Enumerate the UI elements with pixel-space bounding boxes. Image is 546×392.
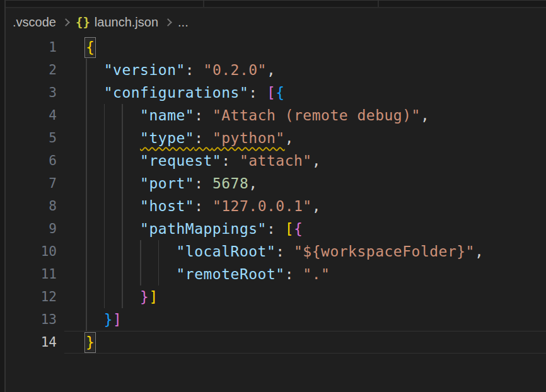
code-token: , [312,198,321,214]
code-line[interactable]: 13 }] [6,308,546,331]
code-content: "configurations": [{ [86,81,285,104]
code-token: "remoteRoot" [176,266,284,282]
code-content: "port": 5678, [86,172,258,195]
indent-guide [104,127,105,149]
code-token: , [285,130,294,146]
code-token: , [312,153,321,169]
breadcrumb-item-file[interactable]: launch.json [95,15,158,30]
line-number[interactable]: 11 [6,263,57,285]
line-number[interactable]: 5 [6,127,57,149]
indent-guide [86,308,87,331]
line-number[interactable]: 7 [6,172,57,195]
line-number[interactable]: 1 [6,36,57,59]
code-token: "host" [140,198,194,214]
code-line[interactable]: 8 "host": "127.0.0.1", [6,195,546,217]
code-line[interactable]: 14} [6,331,546,354]
indent-guide [86,149,87,172]
line-number[interactable]: 10 [6,240,57,263]
code-content: } [86,331,95,354]
indent-spaces [86,130,140,146]
code-lines: 1{2 "version": "0.2.0",3 "configurations… [6,36,546,354]
indent-guide [122,217,123,240]
indent-guide [86,263,87,285]
code-line[interactable]: 3 "configurations": [{ [6,81,546,104]
indent-guide [104,172,105,195]
indent-guide [122,149,123,172]
code-token: "localRoot" [176,243,276,260]
code-content: }] [86,308,122,331]
indent-spaces [86,311,104,328]
code-token: : [194,175,212,192]
code-line[interactable]: 12 }] [6,285,546,308]
indent-guide [104,263,105,285]
code-token: "attach" [240,153,312,169]
indent-guide [104,217,105,240]
code-token: "configurations" [104,84,249,101]
indent-guide [122,104,123,127]
indent-guide [86,285,87,308]
indent-guide [122,127,123,149]
code-content: }] [86,285,158,308]
code-token: "." [303,266,330,282]
indent-guide [86,104,87,127]
line-number[interactable]: 9 [6,217,57,240]
indent-guide [104,104,105,127]
line-number[interactable]: 13 [6,308,57,331]
code-token: ] [149,289,158,305]
line-number[interactable]: 6 [6,149,57,172]
code-token: [ [267,84,276,101]
code-line[interactable]: 1{ [6,36,546,59]
line-number[interactable]: 2 [6,59,57,81]
indent-spaces [86,175,140,192]
line-number[interactable]: 8 [6,195,57,217]
code-content: "name": "Attach (remote debug)", [86,104,429,127]
code-line[interactable]: 4 "name": "Attach (remote debug)", [6,104,546,127]
code-token: : [194,198,212,214]
indent-guide [104,149,105,172]
code-line[interactable]: 10 "localRoot": "${workspaceFolder}", [6,240,546,263]
code-content: "localRoot": "${workspaceFolder}", [86,240,484,263]
indent-guide [140,240,141,263]
code-token: } [140,289,149,305]
code-token: : [221,153,240,169]
code-token: , [421,107,429,124]
code-line[interactable]: 6 "request": "attach", [6,149,546,172]
code-line[interactable]: 9 "pathMappings": [{ [6,217,546,240]
line-number[interactable]: 14 [6,331,57,354]
indent-guide [86,217,87,240]
code-token: : [194,107,212,124]
indent-guide [86,81,87,104]
indent-guide [104,240,105,263]
indent-guide [86,195,87,217]
breadcrumb-item-folder[interactable]: .vscode [13,15,56,30]
indent-spaces [86,289,140,305]
code-token: } [86,333,95,352]
indent-guide [86,127,87,149]
code-line[interactable]: 5 "type": "python", [6,127,546,149]
indent-guide [122,195,123,217]
code-token: : [276,243,294,260]
indent-guide [122,285,123,308]
tab-bar-edge [0,0,546,8]
indent-guide [140,263,141,285]
code-content: "version": "0.2.0", [86,59,276,81]
line-number[interactable]: 3 [6,81,57,104]
code-line[interactable]: 11 "remoteRoot": "." [6,263,546,285]
line-number[interactable]: 4 [6,104,57,127]
code-line[interactable]: 7 "port": 5678, [6,172,546,195]
code-token: "version" [104,62,185,78]
code-content: "type": "python", [86,127,294,149]
code-token: : [285,266,303,282]
code-token: : [267,221,285,237]
code-token: { [294,221,303,237]
indent-spaces [86,243,176,260]
code-token: ] [113,311,122,328]
code-token: } [104,311,113,328]
breadcrumb-symbol-ellipsis[interactable]: ... [178,15,189,30]
indent-guide [122,240,123,263]
code-line[interactable]: 2 "version": "0.2.0", [6,59,546,81]
indent-spaces [86,153,140,169]
code-editor[interactable]: 1{2 "version": "0.2.0",3 "configurations… [6,36,546,392]
indent-guide [158,263,160,285]
line-number[interactable]: 12 [6,285,57,308]
